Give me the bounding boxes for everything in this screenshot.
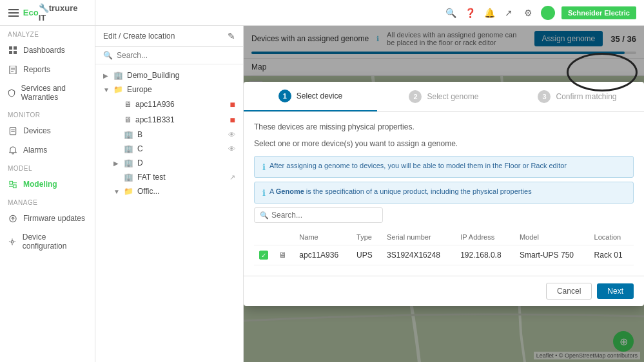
left-panel-title: Edit / Create location (103, 32, 175, 41)
svg-rect-5 (9, 51, 12, 54)
chevron-offic-icon: ▼ (113, 188, 121, 195)
device-small-icon: 🖥 (124, 100, 132, 109)
sidebar: Eco 🔧truxure IT Analyze Dashboards Repor… (0, 0, 95, 362)
c-label: C (137, 144, 228, 153)
search-icon[interactable]: 🔍 (444, 6, 457, 19)
bell-icon[interactable]: 🔔 (483, 6, 496, 19)
sidebar-item-devices[interactable]: Devices (0, 121, 95, 140)
modeling-label: Modeling (23, 180, 57, 189)
table-col-location: Location (589, 229, 634, 245)
left-panel-search-input[interactable] (117, 51, 235, 60)
modal-stepper: 1 Select device 2 Select genome 3 Confir… (244, 82, 644, 112)
tree-item-fat[interactable]: ▶ 🏢 FAT test ↗ (95, 170, 243, 184)
device-config-label: Device configuration (23, 233, 87, 251)
device-icon (8, 126, 18, 136)
tree-item-europe[interactable]: ▼ 📁 Europe (95, 82, 243, 97)
table-col-serial: Serial number (382, 229, 455, 245)
reports-label: Reports (23, 65, 50, 74)
tree-item-d[interactable]: ▶ 🏢 D (95, 156, 243, 170)
services-label: Services and Warranties (21, 84, 87, 102)
eye-icon[interactable]: 👁 (228, 131, 235, 138)
modal-search-bar[interactable]: 🔍 (254, 207, 383, 223)
apc11b331-label: apc11B331 (135, 115, 230, 124)
menu-icon[interactable] (8, 7, 19, 19)
export-icon[interactable]: ↗ (229, 173, 235, 182)
building-icon: 🏢 (113, 71, 123, 80)
modal-search-input[interactable] (271, 211, 377, 220)
sidebar-item-device-config[interactable]: Device configuration (0, 228, 95, 255)
config-icon (8, 236, 17, 247)
row-checkbox[interactable]: ✓ (259, 251, 268, 260)
reports-icon (8, 64, 18, 75)
tree-item-b[interactable]: ▶ 🏢 B 👁 (95, 128, 243, 142)
genome-bold: Genome (276, 187, 304, 195)
step-2-label: Select genome (427, 92, 478, 101)
step-2-circle: 2 (409, 90, 422, 103)
row-device-icon: 🖥 (278, 251, 286, 260)
sidebar-item-alarms[interactable]: Alarms (0, 140, 95, 160)
table-header-row: Name Type Serial number IP Address Model… (254, 229, 634, 245)
modal-desc2: Select one or more device(s) you want to… (254, 139, 634, 148)
info-icon-2: ℹ (262, 188, 266, 198)
chevron-down-icon: ▼ (103, 86, 111, 93)
step-1: 1 Select device (244, 82, 377, 111)
svg-point-20 (12, 240, 14, 243)
table-row: ✓ 🖥 apc11A936 UPS 3S1924X16248 192.168.0… (254, 245, 634, 265)
next-button[interactable]: Next (597, 283, 634, 299)
tree-item-apc11a936[interactable]: ▶ 🖥 apc11A936 ■ (95, 97, 243, 112)
svg-rect-2 (8, 15, 19, 17)
device-table: Name Type Serial number IP Address Model… (254, 229, 634, 265)
table-col-checkbox (254, 229, 273, 245)
left-panel-search[interactable]: 🔍 (95, 47, 243, 64)
sidebar-item-firmware[interactable]: Firmware updates (0, 209, 95, 228)
row-checkbox-cell[interactable]: ✓ (254, 245, 273, 265)
schneider-label: Schneider Electric (568, 9, 630, 17)
sidebar-item-services[interactable]: Services and Warranties (0, 79, 95, 106)
info-icon-1: ℹ (262, 162, 266, 172)
tree-item-c[interactable]: ▶ 🏢 C 👁 (95, 142, 243, 156)
svg-rect-3 (9, 46, 12, 50)
svg-rect-15 (13, 184, 16, 187)
red-action2-icon[interactable]: ■ (230, 115, 235, 125)
sidebar-item-dashboards[interactable]: Dashboards (0, 41, 95, 60)
sidebar-item-reports[interactable]: Reports (0, 60, 95, 79)
step-3: 3 Confirm matching (511, 82, 644, 111)
eye-c-icon[interactable]: 👁 (228, 145, 235, 153)
tree-item-offic[interactable]: ▼ 📁 Offic... (95, 184, 243, 198)
update-icon (8, 213, 18, 224)
row-icon-cell: 🖥 (273, 245, 294, 265)
dashboards-label: Dashboards (23, 46, 65, 55)
svg-rect-4 (14, 46, 17, 50)
building-fat-icon: 🏢 (124, 173, 133, 182)
alarm-icon (8, 145, 18, 155)
tree-item-apc11b331[interactable]: ▶ 🖥 apc11B331 ■ (95, 112, 243, 128)
manage-section-label: Manage (0, 194, 95, 209)
cancel-button[interactable]: Cancel (546, 283, 592, 300)
svg-rect-1 (8, 12, 19, 14)
row-name: apc11A936 (294, 245, 351, 265)
share-icon[interactable]: ↗ (502, 6, 515, 19)
edit-icon[interactable]: ✎ (228, 31, 235, 41)
step-3-circle: 3 (538, 90, 551, 103)
row-ip: 192.168.0.8 (455, 245, 514, 265)
row-location: Rack 01 (589, 245, 634, 265)
gear-icon[interactable]: ⚙ (522, 6, 534, 19)
shield-icon (8, 88, 16, 98)
help-icon[interactable]: ❓ (463, 6, 476, 19)
red-action-icon[interactable]: ■ (230, 99, 235, 110)
offic-label: Offic... (137, 187, 235, 196)
svg-rect-0 (8, 9, 19, 10)
main-area: 🔍 ❓ 🔔 ↗ ⚙ Schneider Electric Edit / Crea… (95, 0, 644, 362)
step-2: 2 Select genome (377, 82, 511, 111)
d-label: D (137, 158, 235, 167)
row-serial: 3S1924X16248 (382, 245, 455, 265)
demo-building-label: Demo_Building (127, 71, 235, 80)
tree-item-demo-building[interactable]: ▶ 🏢 Demo_Building (95, 68, 243, 82)
sidebar-item-modeling[interactable]: Modeling (0, 175, 95, 194)
analyze-section-label: Analyze (0, 26, 95, 41)
b-label: B (137, 130, 228, 139)
table-col-icon (273, 229, 294, 245)
devices-label: Devices (23, 126, 51, 135)
search-small-icon: 🔍 (103, 51, 113, 60)
chevron-d-icon: ▶ (113, 160, 121, 167)
